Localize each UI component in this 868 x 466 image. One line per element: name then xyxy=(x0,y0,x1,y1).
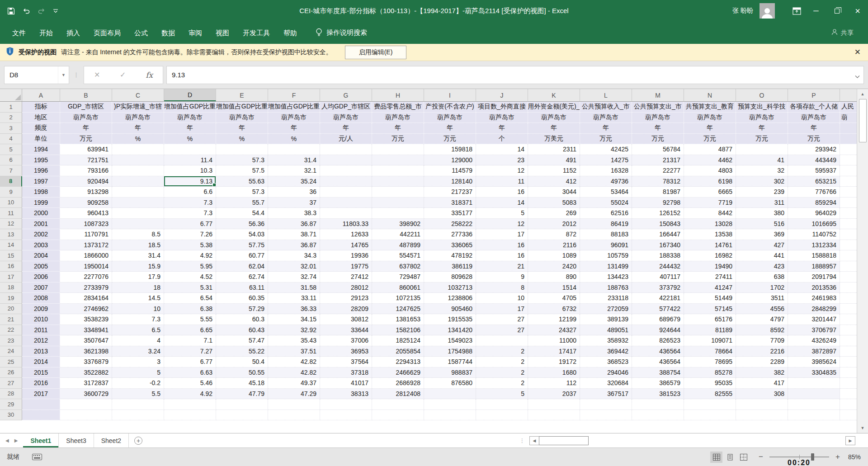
cell-sliver-2[interactable]: 葫 xyxy=(840,113,857,123)
cell-C26[interactable]: 5 xyxy=(112,367,164,378)
cell-J26[interactable]: 2 xyxy=(476,367,528,378)
cell-P26[interactable]: 3304835 xyxy=(788,367,840,378)
cell-M26[interactable]: 388754 xyxy=(632,367,684,378)
cell-K23[interactable]: 11000 xyxy=(528,335,580,346)
cell-K2[interactable]: 葫芦岛市 xyxy=(528,113,580,123)
cell-P28[interactable] xyxy=(788,389,840,400)
cell-K7[interactable]: 1152 xyxy=(528,165,580,176)
cell-L8[interactable]: 49736 xyxy=(580,176,632,187)
cell-E17[interactable]: 62.74 xyxy=(216,272,268,282)
row-header-6[interactable]: 6 xyxy=(0,155,22,166)
cell-C22[interactable]: 6.5 xyxy=(112,325,164,336)
cell-F4[interactable]: % xyxy=(268,134,320,145)
cell-G30[interactable] xyxy=(320,410,372,421)
cell-O15[interactable]: 441 xyxy=(736,250,788,261)
cell-sliver-18[interactable] xyxy=(840,282,857,293)
cell-C1[interactable]: )P实际增速_市辖 xyxy=(112,102,164,113)
sheet-tab-Sheet1[interactable]: Sheet1 xyxy=(23,433,59,447)
col-header-I[interactable]: I xyxy=(424,89,476,101)
cell-M13[interactable]: 166447 xyxy=(632,229,684,240)
tell-me-search[interactable]: 操作说明搜索 xyxy=(316,28,367,38)
cell-J15[interactable]: 16 xyxy=(476,250,528,261)
cell-G27[interactable]: 41017 xyxy=(320,378,372,389)
cell-O27[interactable]: 417 xyxy=(736,378,788,389)
cell-F1[interactable]: 增加值占GDP比重 xyxy=(268,102,320,113)
restore-button[interactable] xyxy=(826,0,847,22)
cell-A6[interactable]: 1995 xyxy=(22,155,60,166)
cell-O8[interactable]: 302 xyxy=(736,176,788,187)
cell-J11[interactable]: 5 xyxy=(476,208,528,219)
redo-icon[interactable] xyxy=(38,7,46,14)
cell-A9[interactable]: 1998 xyxy=(22,187,60,198)
cell-B12[interactable]: 1087323 xyxy=(60,219,112,230)
cell-sliver-27[interactable] xyxy=(840,378,857,389)
cell-K6[interactable]: 491 xyxy=(528,155,580,166)
cell-A14[interactable]: 2003 xyxy=(22,240,60,251)
formula-input[interactable]: 9.13 xyxy=(166,66,864,84)
cell-B30[interactable] xyxy=(60,410,112,421)
cell-M7[interactable]: 22277 xyxy=(632,165,684,176)
cell-O26[interactable]: 382 xyxy=(736,367,788,378)
cell-D14[interactable]: 5.38 xyxy=(164,240,216,251)
row-header-10[interactable]: 10 xyxy=(0,198,22,208)
cell-O30[interactable] xyxy=(736,410,788,421)
cell-L9[interactable]: 53464 xyxy=(580,187,632,198)
cell-F30[interactable] xyxy=(268,410,320,421)
cell-C16[interactable]: 15.9 xyxy=(112,261,164,272)
cell-G16[interactable]: 19775 xyxy=(320,261,372,272)
cell-N11[interactable]: 8442 xyxy=(684,208,736,219)
cell-E1[interactable]: 增加值占GDP比重 xyxy=(216,102,268,113)
cell-M3[interactable]: 年 xyxy=(632,123,684,134)
cell-E16[interactable]: 62.04 xyxy=(216,261,268,272)
ribbon-tab-页面布局[interactable]: 页面布局 xyxy=(87,22,127,44)
row-header-25[interactable]: 25 xyxy=(0,357,22,367)
cell-K20[interactable]: 6732 xyxy=(528,304,580,315)
horizontal-scrollbar[interactable]: ⋮ ◀ ▶ xyxy=(519,433,855,447)
zoom-slider[interactable] xyxy=(769,457,829,457)
cell-J18[interactable]: 8 xyxy=(476,282,528,293)
cell-F19[interactable]: 33.11 xyxy=(268,293,320,304)
cell-D8[interactable]: 9.13 xyxy=(164,176,216,187)
cell-A17[interactable]: 2006 xyxy=(22,272,60,282)
row-header-2[interactable]: 2 xyxy=(0,113,22,123)
cell-K19[interactable]: 4705 xyxy=(528,293,580,304)
col-header-G[interactable]: G xyxy=(320,89,372,101)
cell-B25[interactable]: 3376879 xyxy=(60,357,112,367)
cell-M27[interactable]: 386579 xyxy=(632,378,684,389)
cell-E3[interactable]: 年 xyxy=(216,123,268,134)
cell-N9[interactable]: 6665 xyxy=(684,187,736,198)
cell-sliver-17[interactable] xyxy=(840,272,857,282)
cell-H15[interactable]: 554571 xyxy=(372,250,424,261)
cell-M8[interactable]: 78312 xyxy=(632,176,684,187)
cell-sliver-5[interactable] xyxy=(840,144,857,155)
cell-M21[interactable]: 689679 xyxy=(632,314,684,325)
cell-C25[interactable]: 3 xyxy=(112,357,164,367)
tab-splitter-handle[interactable]: ⋮ xyxy=(519,438,525,444)
cell-O3[interactable]: 年 xyxy=(736,123,788,134)
cell-H7[interactable] xyxy=(372,165,424,176)
cell-E20[interactable]: 57.29 xyxy=(216,304,268,315)
cell-D9[interactable]: 6.6 xyxy=(164,187,216,198)
cell-J12[interactable]: 12 xyxy=(476,219,528,230)
cell-L5[interactable]: 42425 xyxy=(580,144,632,155)
cell-A24[interactable]: 2013 xyxy=(22,346,60,357)
cell-L22[interactable]: 489051 xyxy=(580,325,632,336)
cell-H17[interactable]: 729487 xyxy=(372,272,424,282)
cell-K5[interactable]: 2311 xyxy=(528,144,580,155)
zoom-level[interactable]: 85% xyxy=(847,453,868,461)
cell-N24[interactable]: 78664 xyxy=(684,346,736,357)
cell-N22[interactable]: 81189 xyxy=(684,325,736,336)
cell-K8[interactable]: 412 xyxy=(528,176,580,187)
cell-E30[interactable] xyxy=(216,410,268,421)
cell-K1[interactable]: 用外资金额(美元)_ xyxy=(528,102,580,113)
cell-F21[interactable]: 34.15 xyxy=(268,314,320,325)
cell-H2[interactable]: 葫芦岛市 xyxy=(372,113,424,123)
cell-O13[interactable]: 369 xyxy=(736,229,788,240)
cell-B28[interactable]: 3600729 xyxy=(60,389,112,400)
cell-J1[interactable]: 项目数_外商直接 xyxy=(476,102,528,113)
cell-B15[interactable]: 1866000 xyxy=(60,250,112,261)
cell-M14[interactable]: 167340 xyxy=(632,240,684,251)
cell-F22[interactable]: 32.92 xyxy=(268,325,320,336)
cell-J5[interactable]: 14 xyxy=(476,144,528,155)
cell-G20[interactable]: 28209 xyxy=(320,304,372,315)
